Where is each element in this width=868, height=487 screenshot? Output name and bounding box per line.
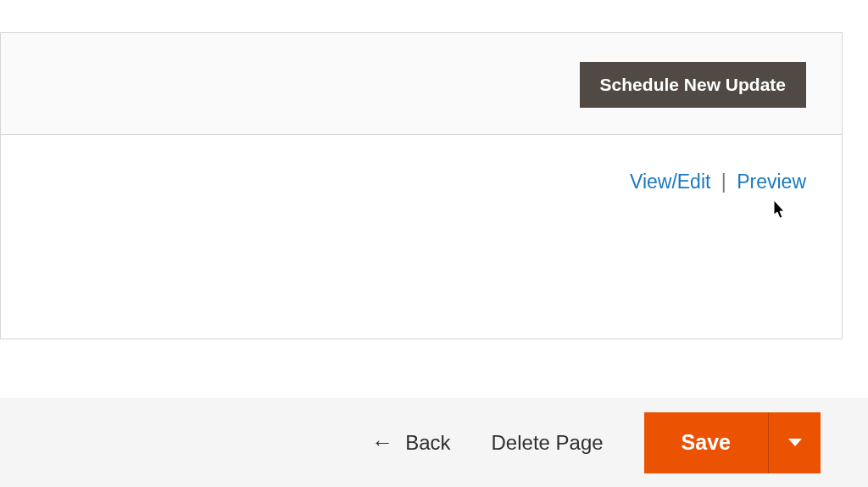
- view-edit-link[interactable]: View/Edit: [630, 171, 710, 193]
- page-actions-footer: ← Back Delete Page Save: [0, 398, 868, 487]
- scheduled-changes-panel: Schedule New Update View/Edit | Preview: [0, 32, 843, 339]
- link-separator: |: [721, 171, 726, 193]
- chevron-down-icon: [787, 438, 803, 448]
- delete-page-button[interactable]: Delete Page: [492, 431, 604, 455]
- save-button[interactable]: Save: [644, 412, 768, 473]
- update-links-row: View/Edit | Preview: [630, 171, 806, 193]
- save-dropdown-toggle[interactable]: [768, 412, 821, 473]
- panel-header: Schedule New Update: [1, 33, 842, 135]
- schedule-new-update-button[interactable]: Schedule New Update: [580, 62, 806, 108]
- back-button-label: Back: [405, 431, 450, 455]
- arrow-left-icon: ←: [371, 431, 393, 453]
- preview-link[interactable]: Preview: [737, 171, 806, 193]
- panel-body: View/Edit | Preview: [1, 135, 842, 339]
- save-button-group: Save: [644, 412, 821, 473]
- back-button[interactable]: ← Back: [371, 431, 450, 455]
